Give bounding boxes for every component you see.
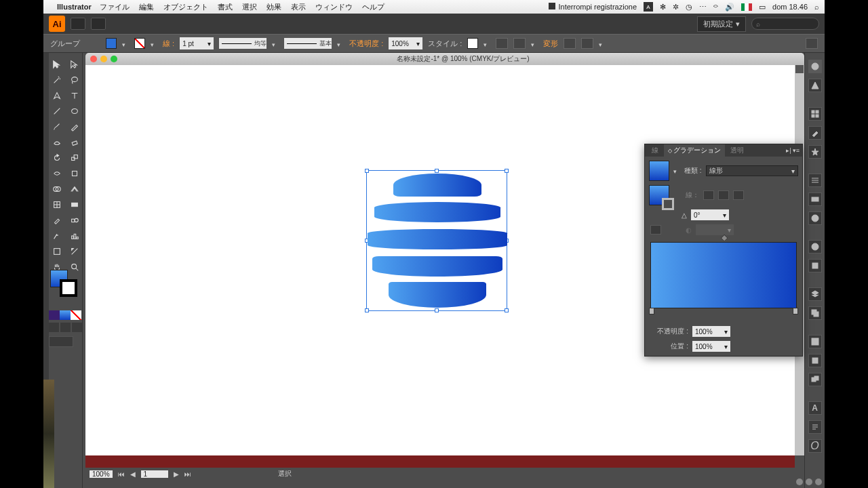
stroke-color[interactable] bbox=[60, 279, 77, 297]
nav-prev-icon[interactable]: ◀ bbox=[130, 470, 136, 478]
free-transform-tool[interactable] bbox=[66, 166, 83, 181]
perspective-grid-tool[interactable] bbox=[66, 182, 83, 197]
wifi-icon[interactable]: ⌔ bbox=[713, 3, 718, 11]
clock-icon[interactable]: ◷ bbox=[686, 3, 692, 12]
panel-graphic-styles-icon[interactable] bbox=[808, 259, 822, 272]
rotate-tool[interactable] bbox=[49, 150, 65, 165]
stop-location-input[interactable]: 100%▾ bbox=[692, 341, 730, 352]
fill-dd[interactable] bbox=[122, 40, 129, 47]
column-graph-tool[interactable] bbox=[66, 228, 83, 243]
eyedropper-tool[interactable] bbox=[49, 213, 65, 228]
artboard-nav-input[interactable]: 1 bbox=[141, 470, 168, 478]
mesh-tool[interactable] bbox=[49, 197, 65, 212]
gradient-type-dropdown[interactable]: 線形▾ bbox=[706, 165, 798, 176]
scale-tool[interactable] bbox=[66, 150, 83, 165]
panel-color-guide-icon[interactable] bbox=[808, 79, 822, 92]
tab-stroke[interactable]: 線 bbox=[648, 144, 663, 157]
misc-ctrl-icon[interactable] bbox=[581, 38, 593, 49]
close-window-icon[interactable] bbox=[90, 56, 97, 62]
stop-opacity-input[interactable]: 100%▾ bbox=[692, 326, 730, 337]
panel-align-icon[interactable] bbox=[808, 335, 822, 348]
stroke-swatch[interactable] bbox=[134, 38, 145, 49]
zoom-level-input[interactable]: 100% bbox=[90, 470, 113, 478]
gradient-stop-right[interactable] bbox=[793, 308, 798, 314]
opacity-input[interactable]: 100%▾ bbox=[389, 37, 422, 49]
screen-mode-button[interactable] bbox=[49, 336, 73, 347]
type-tool[interactable] bbox=[66, 88, 83, 103]
line-tool[interactable] bbox=[49, 104, 65, 119]
menu-window[interactable]: ウィンドウ bbox=[315, 2, 353, 12]
panel-paragraph-icon[interactable] bbox=[808, 420, 822, 434]
tab-transparency[interactable]: 透明 bbox=[726, 144, 748, 157]
nav-last-icon[interactable]: ⏭ bbox=[184, 470, 191, 478]
panel-menu-icon[interactable]: ▾≡ bbox=[793, 147, 800, 154]
spotlight-icon[interactable]: ⌕ bbox=[814, 3, 819, 11]
panel-menu-icon[interactable] bbox=[806, 38, 818, 49]
color-mode-gradient[interactable] bbox=[60, 310, 71, 320]
fill-stroke-control[interactable] bbox=[50, 270, 77, 297]
panel-color-icon[interactable] bbox=[808, 60, 822, 73]
panel-opentype-icon[interactable]: O bbox=[808, 439, 822, 453]
pen-tool[interactable] bbox=[49, 88, 65, 103]
panel-pathfinder-icon[interactable] bbox=[808, 373, 822, 386]
nav-next-icon[interactable]: ▶ bbox=[174, 470, 179, 478]
recording-status[interactable]: Interrompi registrazione bbox=[549, 3, 637, 11]
symbol-sprayer-tool[interactable] bbox=[49, 228, 65, 243]
recolor-icon[interactable] bbox=[496, 38, 508, 49]
panel-stroke-icon[interactable] bbox=[808, 174, 822, 187]
slice-tool[interactable] bbox=[66, 244, 83, 259]
stroke-grad-mode-2[interactable] bbox=[718, 190, 729, 200]
status-icon-2[interactable]: ✲ bbox=[673, 3, 679, 12]
eraser-tool[interactable] bbox=[66, 135, 83, 150]
panel-character-icon[interactable]: A bbox=[808, 401, 822, 415]
fill-swatch[interactable] bbox=[106, 38, 117, 49]
selection-tool[interactable] bbox=[49, 57, 65, 72]
lasso-tool[interactable] bbox=[66, 73, 83, 87]
gradient-slider-preview[interactable] bbox=[650, 242, 797, 308]
direct-selection-tool[interactable] bbox=[66, 57, 83, 72]
draw-behind[interactable] bbox=[60, 323, 71, 332]
panel-symbols-icon[interactable] bbox=[808, 145, 822, 159]
workspace-switcher[interactable]: 初期設定▾ bbox=[697, 16, 746, 32]
artboard-tool[interactable] bbox=[49, 244, 65, 259]
menu-object[interactable]: オブジェクト bbox=[163, 2, 208, 12]
zoom-window-icon[interactable] bbox=[111, 56, 117, 62]
draw-inside[interactable] bbox=[72, 323, 82, 332]
menu-edit[interactable]: 編集 bbox=[139, 2, 154, 12]
shape-builder-tool[interactable] bbox=[49, 182, 65, 197]
stroke-grad-mode-1[interactable] bbox=[703, 190, 714, 200]
volume-icon[interactable]: 🔊 bbox=[725, 3, 734, 12]
brush-dd[interactable]: 基本 bbox=[284, 38, 332, 49]
paintbrush-tool[interactable] bbox=[49, 119, 65, 134]
pencil-tool[interactable] bbox=[66, 119, 83, 134]
app-name[interactable]: Illustrator bbox=[57, 3, 92, 11]
panel-transparency-icon[interactable] bbox=[808, 211, 822, 225]
panel-appearance-icon[interactable] bbox=[808, 240, 822, 253]
titlebar-btn-1[interactable] bbox=[71, 18, 85, 30]
menu-file[interactable]: ファイル bbox=[100, 2, 130, 12]
menu-effect[interactable]: 効果 bbox=[267, 2, 281, 12]
search-input[interactable]: ⌕ bbox=[751, 18, 819, 30]
gradient-midpoint-handle[interactable] bbox=[721, 235, 728, 242]
color-mode-none[interactable] bbox=[71, 310, 81, 320]
panel-transform-icon[interactable] bbox=[808, 354, 822, 367]
width-tool[interactable] bbox=[49, 166, 65, 181]
nav-first-icon[interactable]: ⏮ bbox=[118, 470, 125, 478]
panel-collapse-icon[interactable]: ▸| bbox=[786, 147, 791, 154]
selection-bounding-box[interactable] bbox=[366, 170, 507, 311]
tab-gradient[interactable]: ◇グラデーション bbox=[664, 144, 725, 157]
panel-layers-icon[interactable] bbox=[808, 287, 822, 301]
adobe-icon[interactable]: A bbox=[644, 2, 653, 12]
stroke-dd[interactable] bbox=[151, 40, 157, 47]
menu-view[interactable]: 表示 bbox=[291, 2, 306, 12]
gradient-tool[interactable] bbox=[66, 197, 83, 212]
magic-wand-tool[interactable] bbox=[49, 73, 65, 87]
align-icon[interactable] bbox=[513, 38, 526, 49]
stroke-weight-input[interactable]: 1 pt▾ bbox=[180, 37, 214, 49]
ellipse-tool[interactable] bbox=[66, 104, 83, 119]
gradient-fill-stroke-toggle[interactable] bbox=[649, 185, 669, 205]
panel-brushes-icon[interactable] bbox=[808, 126, 822, 140]
menu-type[interactable]: 書式 bbox=[218, 2, 233, 12]
flag-icon[interactable] bbox=[741, 3, 752, 11]
color-mode-solid[interactable] bbox=[49, 310, 60, 320]
